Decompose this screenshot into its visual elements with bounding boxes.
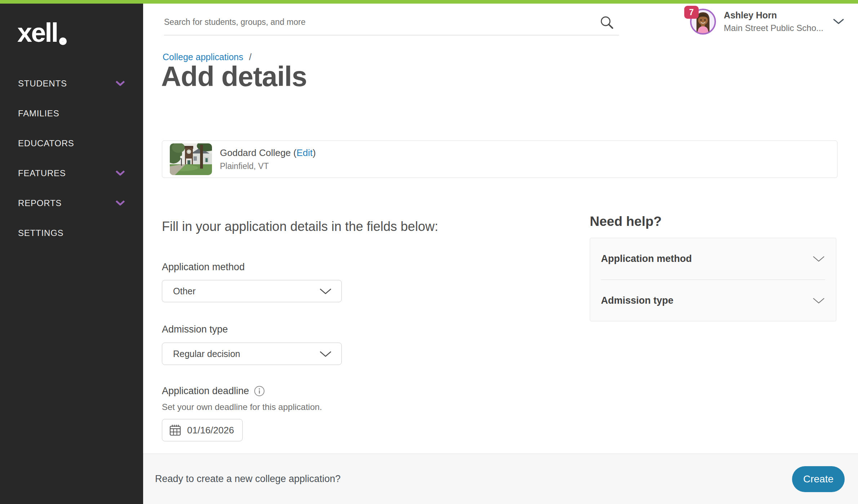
sidebar-item-educators[interactable]: EDUCATORS xyxy=(0,128,143,158)
help-accordion-label: Admission type xyxy=(601,295,673,306)
edit-link[interactable]: Edit xyxy=(296,147,313,158)
college-name: Goddard College xyxy=(220,147,291,158)
search-bar xyxy=(164,9,619,35)
xello-logo[interactable]: xell xyxy=(17,19,67,46)
info-icon[interactable] xyxy=(254,385,265,397)
form-heading: Fill in your application details in the … xyxy=(162,219,438,234)
help-accordion-label: Application method xyxy=(601,253,692,264)
search-input[interactable] xyxy=(164,9,589,30)
paren-close: ) xyxy=(313,147,316,158)
sidebar-item-settings[interactable]: SETTINGS xyxy=(0,218,143,248)
sidebar-item-reports[interactable]: REPORTS xyxy=(0,188,143,218)
top-accent-bar xyxy=(0,0,858,4)
admission-type-label: Admission type xyxy=(162,324,228,335)
admission-type-value: Regular decision xyxy=(173,349,240,359)
create-button[interactable]: Create xyxy=(792,466,845,492)
sidebar-item-label: FAMILIES xyxy=(18,108,59,119)
user-name: Ashley Horn xyxy=(724,10,823,21)
sidebar-item-label: FEATURES xyxy=(18,168,66,178)
need-help-heading: Need help? xyxy=(590,214,662,229)
help-accordion-admission-type[interactable]: Admission type xyxy=(590,280,836,321)
app-window: xell STUDENTS FAMILIES EDUCATORS FEATURE… xyxy=(0,0,858,504)
college-info: Goddard College (Edit) Plainfield, VT xyxy=(220,147,316,171)
sidebar: xell STUDENTS FAMILIES EDUCATORS FEATURE… xyxy=(0,4,143,504)
chevron-down-icon xyxy=(319,351,332,357)
user-info: Ashley Horn Main Street Public Scho... xyxy=(724,10,823,33)
sidebar-item-label: SETTINGS xyxy=(18,228,63,238)
sidebar-item-label: EDUCATORS xyxy=(18,138,74,148)
deadline-date-value: 01/16/2026 xyxy=(187,425,234,436)
footer-bar: Ready to create a new college applicatio… xyxy=(143,454,858,504)
user-organization: Main Street Public Scho... xyxy=(724,23,823,33)
footer-prompt: Ready to create a new college applicatio… xyxy=(155,473,341,485)
page-title: Add details xyxy=(161,61,307,93)
chevron-down-icon[interactable] xyxy=(833,18,844,25)
sidebar-item-label: STUDENTS xyxy=(18,79,67,89)
chevron-down-icon xyxy=(319,288,332,295)
main-area: 7 xyxy=(143,4,858,504)
logo-o-icon xyxy=(59,37,67,45)
logo-text: xell xyxy=(17,19,57,46)
college-card: Goddard College (Edit) Plainfield, VT xyxy=(162,141,837,178)
sidebar-item-label: REPORTS xyxy=(18,198,62,208)
college-photo xyxy=(170,143,212,175)
college-name-row: Goddard College (Edit) xyxy=(220,147,316,159)
help-card: Application method Admission type xyxy=(590,238,836,321)
deadline-description: Set your own deadline for this applicati… xyxy=(162,402,322,412)
chevron-down-icon xyxy=(812,255,825,262)
help-accordion-application-method[interactable]: Application method xyxy=(590,238,836,280)
deadline-date-input[interactable]: 01/16/2026 xyxy=(162,419,243,441)
sidebar-nav: STUDENTS FAMILIES EDUCATORS FEATURES REP… xyxy=(0,68,143,248)
calendar-icon xyxy=(169,424,182,437)
application-method-label: Application method xyxy=(162,262,245,273)
application-deadline-row: Application deadline xyxy=(162,385,265,397)
chevron-down-icon xyxy=(812,297,825,304)
sidebar-item-families[interactable]: FAMILIES xyxy=(0,98,143,128)
search-icon[interactable] xyxy=(599,14,615,31)
application-deadline-label: Application deadline xyxy=(162,385,249,397)
sidebar-item-features[interactable]: FEATURES xyxy=(0,158,143,188)
notification-badge[interactable]: 7 xyxy=(684,6,699,19)
college-location: Plainfield, VT xyxy=(220,161,316,171)
chevron-down-icon xyxy=(115,81,125,86)
sidebar-item-students[interactable]: STUDENTS xyxy=(0,68,143,98)
admission-type-select[interactable]: Regular decision xyxy=(162,343,342,365)
avatar: 7 xyxy=(689,8,717,35)
chevron-down-icon xyxy=(115,200,125,206)
chevron-down-icon xyxy=(115,170,125,176)
application-method-select[interactable]: Other xyxy=(162,280,342,302)
user-menu[interactable]: 7 xyxy=(689,8,844,35)
application-method-value: Other xyxy=(173,286,196,296)
